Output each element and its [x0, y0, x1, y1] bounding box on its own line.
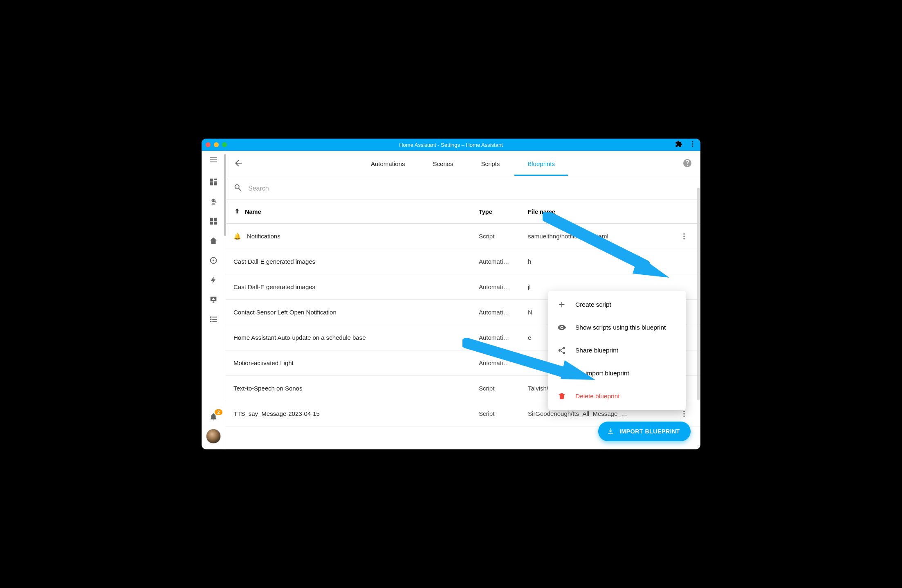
tab-scenes[interactable]: Scenes	[431, 152, 455, 175]
svg-point-25	[210, 321, 211, 323]
menu-item-reimport-blueprint[interactable]: Re-import blueprint	[548, 362, 686, 385]
svg-point-30	[683, 238, 684, 239]
svg-rect-10	[210, 218, 213, 221]
table-header: Name Type File name	[225, 200, 700, 224]
eye-icon	[557, 323, 566, 332]
svg-rect-6	[210, 182, 213, 185]
row-type: Script	[479, 385, 528, 392]
table-row[interactable]: Cast Dall-E generated images Automati… h	[225, 249, 700, 274]
row-file: SirGoodenough/tts_All_Message_…	[528, 410, 676, 417]
row-name: Contact Sensor Left Open Notification	[233, 309, 337, 316]
svg-rect-5	[213, 181, 216, 182]
svg-point-16	[213, 257, 214, 258]
notifications-button[interactable]: 2	[209, 412, 218, 422]
svg-point-23	[210, 319, 211, 320]
menu-item-label: Create script	[575, 301, 611, 308]
trash-icon	[557, 392, 566, 401]
svg-point-18	[209, 260, 211, 261]
sidebar-rail: 2	[202, 151, 225, 449]
top-toolbar: Automations Scenes Scripts Blueprints	[225, 151, 700, 177]
menu-item-label: Share blueprint	[575, 347, 618, 354]
help-button[interactable]	[682, 158, 692, 170]
menu-item-label: Re-import blueprint	[575, 370, 629, 377]
row-menu-button[interactable]	[679, 409, 689, 419]
row-name: Cast Dall-E generated images	[233, 258, 315, 265]
content-scrollbar[interactable]	[697, 188, 700, 400]
sidebar-item-energy[interactable]	[209, 275, 218, 285]
svg-rect-4	[213, 179, 216, 180]
menu-item-label: Delete blueprint	[575, 393, 620, 400]
sidebar-item-devtools[interactable]	[209, 197, 218, 206]
row-type: Automati…	[479, 283, 528, 290]
svg-point-15	[212, 260, 214, 262]
menu-item-show-scripts[interactable]: Show scripts using this blueprint	[548, 316, 686, 339]
row-name: Motion-activated Light	[233, 359, 294, 366]
search-input[interactable]	[248, 185, 692, 192]
svg-rect-11	[213, 218, 216, 221]
row-file: jl	[528, 283, 676, 290]
svg-point-8	[212, 200, 213, 200]
menu-item-label: Show scripts using this blueprint	[575, 324, 666, 331]
import-blueprint-button[interactable]: IMPORT BLUEPRINT	[598, 422, 691, 441]
row-name: Notifications	[247, 233, 280, 240]
svg-point-29	[683, 236, 684, 237]
svg-point-17	[213, 263, 214, 265]
sidebar-item-people[interactable]	[209, 295, 218, 305]
svg-rect-24	[212, 319, 217, 320]
sort-arrow-icon[interactable]	[233, 207, 241, 216]
row-name: Home Assistant Auto-update on a schedule…	[233, 334, 366, 341]
menu-item-delete-blueprint[interactable]: Delete blueprint	[548, 385, 686, 408]
svg-rect-12	[210, 222, 213, 224]
sidebar-item-dashboards[interactable]	[209, 216, 218, 226]
download-icon	[557, 369, 566, 378]
app-window: Home Assistant - Settings – Home Assista…	[202, 139, 700, 449]
sidebar-item-list[interactable]	[209, 314, 218, 324]
row-file: h	[528, 258, 676, 265]
row-menu-button[interactable]	[679, 231, 689, 241]
row-name: Text-to-Speech on Sonos	[233, 385, 302, 392]
hamburger-menu-button[interactable]	[209, 155, 218, 165]
svg-rect-26	[212, 321, 217, 322]
svg-point-21	[210, 316, 211, 318]
search-icon	[233, 183, 242, 194]
row-file: samuelthng/notifications.yaml	[528, 233, 676, 240]
svg-point-19	[215, 260, 217, 261]
row-type: Automati…	[479, 309, 528, 316]
row-name: Cast Dall-E generated images	[233, 283, 315, 290]
tabs: Automations Scenes Scripts Blueprints	[369, 152, 556, 175]
sidebar-item-overview[interactable]	[209, 177, 218, 187]
tab-scripts[interactable]: Scripts	[479, 152, 501, 175]
row-type: Script	[479, 233, 528, 240]
titlebar: Home Assistant - Settings – Home Assista…	[202, 139, 700, 151]
download-icon	[606, 427, 615, 435]
tab-blueprints[interactable]: Blueprints	[526, 152, 556, 175]
fab-label: IMPORT BLUEPRINT	[619, 428, 680, 435]
notifications-badge: 2	[215, 409, 222, 415]
column-header-name[interactable]: Name	[245, 209, 261, 215]
svg-point-35	[683, 413, 684, 414]
menu-item-share-blueprint[interactable]: Share blueprint	[548, 339, 686, 362]
table-row[interactable]: 🔔Notifications Script samuelthng/notific…	[225, 224, 700, 249]
svg-point-34	[683, 411, 684, 412]
user-avatar[interactable]	[206, 429, 221, 444]
blueprint-context-menu: Create script Show scripts using this bl…	[548, 291, 686, 410]
back-button[interactable]	[233, 158, 243, 170]
column-header-file[interactable]: File name	[528, 209, 676, 215]
svg-point-9	[214, 200, 215, 200]
svg-point-28	[683, 233, 684, 234]
main-content: Automations Scenes Scripts Blueprints	[225, 151, 700, 449]
svg-rect-7	[213, 182, 216, 185]
plus-icon	[557, 300, 566, 309]
tab-automations[interactable]: Automations	[369, 152, 406, 175]
svg-rect-3	[210, 179, 213, 182]
search-bar[interactable]	[225, 177, 700, 200]
sidebar-item-home[interactable]	[209, 236, 218, 246]
column-header-type[interactable]: Type	[479, 209, 528, 215]
row-type: Automati…	[479, 334, 528, 341]
row-type: Automati…	[479, 258, 528, 265]
row-type: Automati…	[479, 359, 528, 366]
menu-item-create-script[interactable]: Create script	[548, 293, 686, 316]
row-name: TTS_say_Message-2023-04-15	[233, 410, 320, 417]
share-icon	[557, 346, 566, 355]
sidebar-item-automations[interactable]	[209, 256, 218, 265]
